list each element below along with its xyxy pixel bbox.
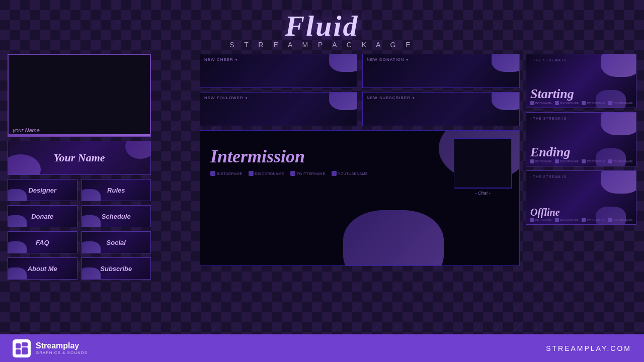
o-twitter-name: TWITTERNAME: [587, 218, 605, 221]
subscribe-button[interactable]: Subscribe: [82, 257, 151, 280]
youtube-icon: [332, 171, 337, 176]
offline-scene: · THE STREAM IS · Offline INSTAGRAME DIS…: [526, 170, 636, 225]
instagram-icon: [210, 171, 215, 176]
footer-logo: [13, 339, 31, 357]
starting-scene: · THE STREAM IS · Starting INSTAGRAME DI…: [526, 54, 636, 108]
svg-rect-3: [16, 349, 21, 354]
designer-label: Designer: [28, 187, 56, 194]
name-banner-text: Your Name: [53, 151, 105, 164]
s-discord-icon: [555, 101, 559, 105]
new-donation-label: NEW DONATION: [367, 57, 409, 62]
footer-brand: Streamplay GRAPHICS & SOUNDS: [13, 339, 88, 357]
left-column: your Name Your Name Designer Rules Donat…: [8, 54, 194, 280]
o-youtube-icon: [608, 218, 612, 222]
streamplay-logo-icon: [15, 341, 29, 355]
ending-socials: INSTAGRAME DISCORDNAME TWITTERNAME YOUTU…: [530, 159, 633, 163]
s-twitter: TWITTERNAME: [582, 101, 605, 105]
e-youtube: YOUTUBENAME: [608, 159, 633, 163]
new-cheer-card: NEW CHEER: [200, 54, 357, 88]
e-youtube-name: YOUTUBENAME: [613, 160, 633, 163]
svg-rect-1: [22, 342, 28, 346]
new-donation-card: NEW DONATION: [362, 54, 520, 88]
right-column: · THE STREAM IS · Starting INSTAGRAME DI…: [526, 54, 636, 280]
o-instagram: INSTAGRAME: [530, 218, 552, 222]
panel-buttons: Designer Rules Donate Schedule FAQ Socia…: [8, 179, 151, 280]
s-instagram-icon: [530, 101, 534, 105]
e-instagram: INSTAGRAME: [530, 159, 552, 163]
header: Fluid S T R E A M P A C K A G E: [0, 0, 644, 49]
s-discord: DISCORDNAME: [555, 101, 579, 105]
new-cheer-label: NEW CHEER: [204, 57, 238, 62]
schedule-button[interactable]: Schedule: [82, 205, 151, 227]
o-youtube-name: YOUTUBENAME: [613, 218, 633, 221]
new-follower-label: NEW FOLLOWER: [204, 96, 248, 100]
o-youtube: YOUTUBENAME: [608, 218, 633, 222]
about-label: About Me: [28, 265, 57, 273]
s-twitter-name: TWITTERNAME: [587, 102, 605, 105]
s-twitter-icon: [582, 101, 586, 105]
o-discord-name: DISCORDNAME: [560, 218, 579, 221]
discord-icon: [249, 171, 254, 176]
page-content: Fluid S T R E A M P A C K A G E your Nam…: [0, 0, 644, 362]
starting-socials: INSTAGRAME DISCORDNAME TWITTERNAME YOUTU…: [530, 101, 633, 105]
twitter-name: TWITTERNAME: [297, 172, 326, 175]
o-twitter: TWITTERNAME: [582, 218, 605, 222]
brand-sub: GRAPHICS & SOUNDS: [36, 350, 88, 355]
designer-button[interactable]: Designer: [8, 179, 77, 201]
starting-meta: · THE STREAM IS ·: [530, 58, 570, 62]
instagram-name: INSTAGRAME: [217, 172, 243, 175]
o-discord-icon: [555, 218, 559, 222]
main-grid: your Name Your Name Designer Rules Donat…: [0, 54, 644, 280]
ending-title: Ending: [530, 145, 571, 160]
new-subscriber-card: NEW SUBSCRIBER: [362, 92, 520, 126]
social-instagram: INSTAGRAME: [210, 171, 243, 176]
brand-name: Streamplay: [36, 341, 88, 350]
svg-rect-2: [22, 347, 28, 354]
chat-box: - Chat -: [454, 138, 512, 189]
e-youtube-icon: [608, 159, 612, 163]
ending-meta: · THE STREAM IS ·: [530, 117, 570, 120]
ending-scene: · THE STREAM IS · Ending INSTAGRAME DISC…: [526, 112, 636, 166]
faq-button[interactable]: FAQ: [8, 231, 77, 253]
e-instagram-name: INSTAGRAME: [535, 160, 552, 163]
footer: Streamplay GRAPHICS & SOUNDS STREAMPLAY.…: [0, 334, 644, 362]
donate-button[interactable]: Donate: [8, 205, 77, 227]
main-title: Fluid: [0, 9, 644, 43]
rules-button[interactable]: Rules: [82, 179, 151, 201]
starting-title: Starting: [530, 86, 574, 102]
e-instagram-icon: [530, 159, 534, 163]
subscribe-label: Subscribe: [100, 265, 132, 273]
s-youtube-name: YOUTUBENAME: [613, 102, 633, 105]
o-twitter-icon: [582, 218, 586, 222]
alert-row-2: NEW FOLLOWER NEW SUBSCRIBER: [200, 92, 520, 126]
name-banner: Your Name: [8, 141, 151, 175]
twitter-icon: [290, 171, 295, 176]
offline-title: Offline: [530, 207, 560, 218]
svg-rect-0: [16, 343, 21, 348]
social-youtube: YOUTUBENAME: [332, 171, 368, 176]
discord-name: DISCORDNAME: [255, 172, 284, 175]
rules-label: Rules: [107, 187, 125, 194]
e-twitter-icon: [582, 159, 586, 163]
s-instagram-name: INSTAGRAME: [535, 102, 552, 105]
youtube-name: YOUTUBENAME: [338, 172, 368, 175]
schedule-label: Schedule: [102, 213, 131, 220]
e-twitter-name: TWITTERNAME: [587, 160, 605, 163]
offline-meta: · THE STREAM IS ·: [530, 175, 570, 178]
middle-column: NEW CHEER NEW DONATION NEW FOLLOWER NEW …: [200, 54, 520, 280]
new-subscriber-label: NEW SUBSCRIBER: [367, 96, 416, 100]
o-discord: DISCORDNAME: [555, 218, 579, 222]
alert-row-1: NEW CHEER NEW DONATION: [200, 54, 520, 88]
donate-label: Donate: [31, 213, 53, 220]
webcam-frame: your Name: [8, 54, 151, 137]
footer-url: STREAMPLAY.COM: [546, 344, 631, 352]
intermission-scene: Intermission INSTAGRAME DISCORDNAME TWIT…: [200, 130, 520, 266]
faq-label: FAQ: [36, 239, 49, 246]
s-discord-name: DISCORDNAME: [560, 102, 579, 105]
social-discord: DISCORDNAME: [249, 171, 284, 176]
social-button[interactable]: Social: [82, 231, 151, 253]
new-follower-card: NEW FOLLOWER: [200, 92, 357, 126]
s-youtube: YOUTUBENAME: [608, 101, 633, 105]
about-button[interactable]: About Me: [8, 257, 77, 280]
e-twitter: TWITTERNAME: [582, 159, 605, 163]
